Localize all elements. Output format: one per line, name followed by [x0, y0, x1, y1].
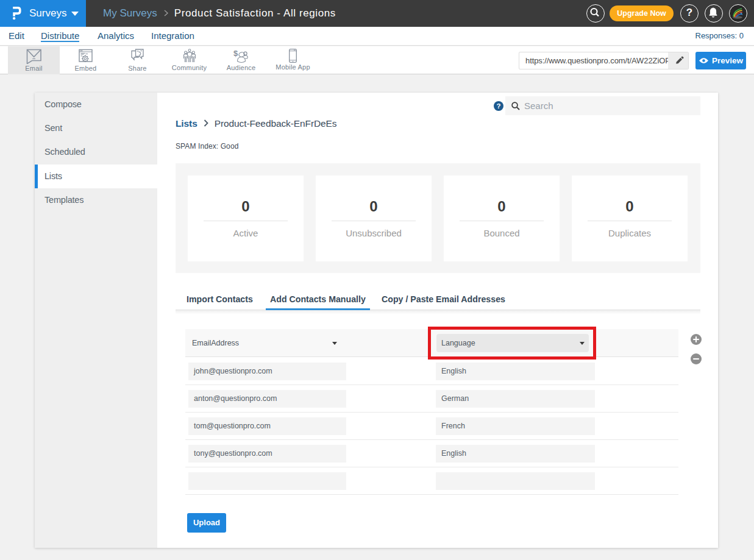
svg-text:$: $ — [233, 49, 238, 58]
